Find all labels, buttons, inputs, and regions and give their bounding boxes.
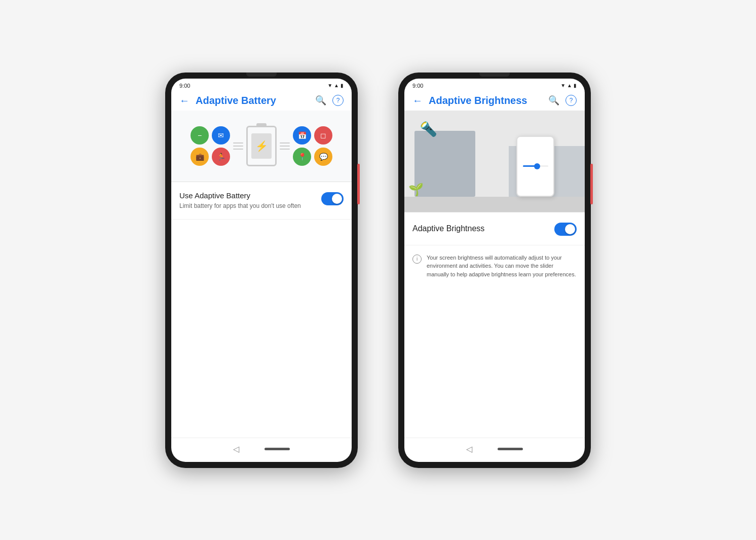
phone-mockup-content xyxy=(519,161,552,171)
setting-description: Limit battery for apps that you don't us… xyxy=(179,202,315,210)
scene-background: 🌱 🔦 xyxy=(404,111,585,212)
app-icon-minus: − xyxy=(191,126,209,145)
wifi-icon: ▼ xyxy=(560,83,565,88)
status-time: 9:00 xyxy=(179,83,190,89)
signal-icon: ▲ xyxy=(334,83,339,88)
side-button xyxy=(357,164,360,204)
notch xyxy=(479,73,510,77)
adaptive-battery-toggle[interactable] xyxy=(321,192,344,205)
info-text: Your screen brightness will automaticall… xyxy=(427,254,577,279)
nav-bar: ◁ xyxy=(404,438,585,462)
brightness-setting-title: Adaptive Brightness xyxy=(412,224,484,233)
back-button[interactable]: ← xyxy=(412,95,423,106)
app-bar-title: Adaptive Battery xyxy=(196,95,309,106)
notch xyxy=(246,73,277,77)
status-bar: 9:00 ▼ ▲ ▮ xyxy=(404,79,585,91)
left-app-icons: − ✉ 💼 🏃 xyxy=(191,126,230,166)
home-pill[interactable] xyxy=(498,448,523,450)
help-button[interactable]: ? xyxy=(565,95,577,106)
home-pill[interactable] xyxy=(264,448,290,450)
status-icons: ▼ ▲ ▮ xyxy=(327,83,344,88)
scene-floor xyxy=(404,197,585,212)
app-icon-calendar: 📅 xyxy=(293,126,311,145)
search-button[interactable]: 🔍 xyxy=(548,95,559,106)
battery-icon: ▮ xyxy=(574,83,577,88)
phone-adaptive-brightness: 9:00 ▼ ▲ ▮ ← Adaptive Brightness 🔍 ? 🌱 xyxy=(398,73,591,468)
help-button[interactable]: ? xyxy=(332,95,344,106)
brightness-illustration: 🌱 🔦 xyxy=(404,111,585,212)
status-time: 9:00 xyxy=(412,83,423,89)
adaptive-brightness-toggle[interactable] xyxy=(554,223,577,236)
back-button[interactable]: ← xyxy=(179,95,190,106)
app-icon-square: ◻ xyxy=(314,126,332,145)
info-icon: i xyxy=(412,255,422,264)
plant-icon: 🌱 xyxy=(408,183,424,197)
nav-bar: ◁ xyxy=(171,438,352,462)
status-bar: 9:00 ▼ ▲ ▮ xyxy=(171,79,352,91)
app-bar: ← Adaptive Brightness 🔍 ? xyxy=(404,91,585,111)
slider-thumb[interactable] xyxy=(534,163,540,169)
battery-illustration: − ✉ 💼 🏃 ⚡ xyxy=(171,111,352,182)
phone-adaptive-battery: 9:00 ▼ ▲ ▮ ← Adaptive Battery 🔍 ? − ✉ 💼 xyxy=(165,73,358,468)
battery-diagram: − ✉ 💼 🏃 ⚡ xyxy=(191,126,332,166)
info-section: i Your screen brightness will automatica… xyxy=(404,245,585,287)
wifi-icon: ▼ xyxy=(327,83,332,88)
connector-right xyxy=(280,142,290,150)
connector-left xyxy=(233,142,243,150)
setting-title: Use Adaptive Battery xyxy=(179,191,315,200)
app-icon-mail: ✉ xyxy=(212,126,230,145)
adaptive-brightness-setting[interactable]: Adaptive Brightness xyxy=(404,212,585,245)
adaptive-battery-setting[interactable]: Use Adaptive Battery Limit battery for a… xyxy=(171,182,352,220)
scene-cabinet xyxy=(414,131,475,197)
content-spacer xyxy=(171,220,352,437)
search-button[interactable]: 🔍 xyxy=(315,95,326,106)
app-icon-run: 🏃 xyxy=(212,148,230,166)
phone-screen: 9:00 ▼ ▲ ▮ ← Adaptive Battery 🔍 ? − ✉ 💼 xyxy=(171,79,352,462)
phone-screen: 9:00 ▼ ▲ ▮ ← Adaptive Brightness 🔍 ? 🌱 xyxy=(404,79,585,462)
signal-icon: ▲ xyxy=(567,83,572,88)
app-icon-work: 💼 xyxy=(191,148,209,166)
battery-fill: ⚡ xyxy=(251,133,272,159)
brightness-slider[interactable] xyxy=(523,165,548,167)
content-spacer xyxy=(404,286,585,438)
app-bar-title: Adaptive Brightness xyxy=(429,95,542,106)
app-icon-location: 📍 xyxy=(293,148,311,166)
lamp-icon: 🔦 xyxy=(420,121,437,137)
back-nav-icon[interactable]: ◁ xyxy=(466,444,472,454)
battery-icon: ▮ xyxy=(341,83,344,88)
right-app-icons: 📅 ◻ 📍 💬 xyxy=(293,126,332,166)
battery-center: ⚡ xyxy=(246,126,277,166)
side-button xyxy=(590,164,593,204)
phone-mockup xyxy=(516,136,554,197)
status-icons: ▼ ▲ ▮ xyxy=(560,83,577,88)
app-icon-chat: 💬 xyxy=(314,148,332,166)
back-nav-icon[interactable]: ◁ xyxy=(233,444,239,454)
setting-text: Use Adaptive Battery Limit battery for a… xyxy=(179,191,315,210)
app-bar: ← Adaptive Battery 🔍 ? xyxy=(171,91,352,111)
